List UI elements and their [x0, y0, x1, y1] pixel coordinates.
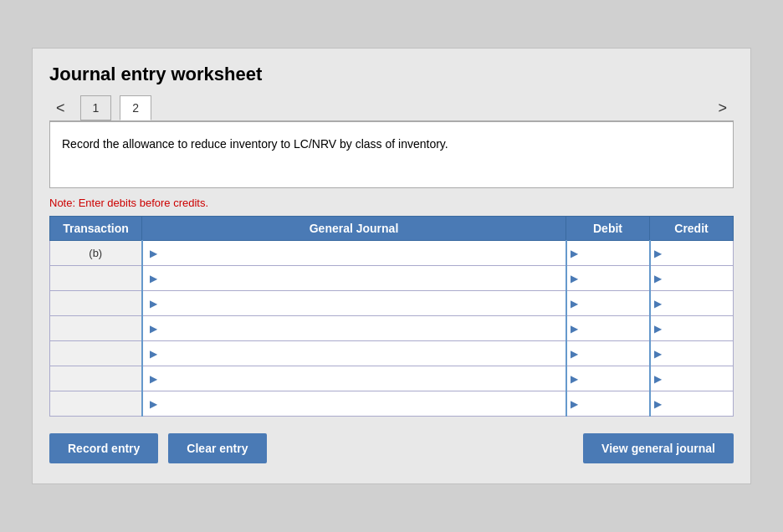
- transaction-cell: [50, 266, 142, 291]
- debit-cell[interactable]: ▶: [566, 366, 650, 391]
- credit-cell[interactable]: ▶: [650, 316, 734, 341]
- debit-cell[interactable]: ▶: [566, 291, 650, 316]
- general-journal-cell[interactable]: ▶: [142, 266, 566, 291]
- header-transaction: Transaction: [50, 217, 142, 241]
- credit-input[interactable]: [663, 341, 730, 366]
- general-journal-input[interactable]: [159, 341, 562, 366]
- worksheet-container: Journal entry worksheet < 1 2 > Record t…: [32, 48, 751, 484]
- credit-cell[interactable]: ▶: [650, 291, 734, 316]
- credit-cell[interactable]: ▶: [650, 266, 734, 291]
- debit-cell[interactable]: ▶: [566, 241, 650, 266]
- credit-input[interactable]: [663, 391, 730, 416]
- clear-entry-button[interactable]: Clear entry: [168, 433, 266, 463]
- table-header-row: Transaction General Journal Debit Credit: [50, 217, 734, 241]
- table-row: ▶▶▶: [50, 291, 734, 316]
- debit-cell[interactable]: ▶: [566, 391, 650, 417]
- credit-cell[interactable]: ▶: [650, 391, 734, 417]
- table-row: ▶▶▶: [50, 266, 734, 291]
- credit-input[interactable]: [663, 291, 730, 315]
- table-row: ▶▶▶: [50, 341, 734, 366]
- debit-input[interactable]: [580, 266, 646, 290]
- header-general-journal: General Journal: [142, 217, 566, 241]
- debit-cell[interactable]: ▶: [566, 266, 650, 291]
- instruction-text: Record the allowance to reduce inventory…: [62, 137, 448, 151]
- general-journal-input[interactable]: [159, 241, 562, 265]
- header-credit: Credit: [650, 217, 734, 241]
- credit-cell[interactable]: ▶: [650, 366, 734, 391]
- credit-input[interactable]: [663, 316, 730, 340]
- tab-navigation: < 1 2 >: [49, 95, 734, 121]
- prev-arrow[interactable]: <: [49, 96, 72, 120]
- debit-input[interactable]: [580, 291, 646, 315]
- transaction-cell: [50, 341, 142, 366]
- debit-input[interactable]: [580, 341, 646, 366]
- debit-cell[interactable]: ▶: [566, 341, 650, 366]
- note-text: Note: Enter debits before credits.: [49, 197, 734, 209]
- general-journal-input[interactable]: [159, 391, 562, 416]
- table-row: ▶▶▶: [50, 316, 734, 341]
- button-row: Record entry Clear entry View general jo…: [49, 433, 734, 463]
- view-general-journal-button[interactable]: View general journal: [583, 433, 734, 463]
- credit-cell[interactable]: ▶: [650, 341, 734, 366]
- table-row: ▶▶▶: [50, 391, 734, 417]
- record-entry-button[interactable]: Record entry: [49, 433, 158, 463]
- transaction-cell: (b): [50, 241, 142, 266]
- debit-cell[interactable]: ▶: [566, 316, 650, 341]
- tab-2[interactable]: 2: [120, 95, 151, 120]
- header-debit: Debit: [566, 217, 650, 241]
- debit-input[interactable]: [580, 241, 646, 265]
- instruction-box: Record the allowance to reduce inventory…: [49, 121, 734, 188]
- transaction-cell: [50, 391, 142, 417]
- tab-1[interactable]: 1: [80, 95, 112, 120]
- general-journal-input[interactable]: [159, 366, 562, 391]
- debit-input[interactable]: [580, 316, 646, 340]
- credit-input[interactable]: [663, 366, 730, 391]
- table-row: (b)▶▶▶: [50, 241, 734, 266]
- transaction-cell: [50, 291, 142, 316]
- general-journal-input[interactable]: [159, 316, 562, 340]
- general-journal-cell[interactable]: ▶: [142, 341, 566, 366]
- transaction-cell: [50, 366, 142, 391]
- general-journal-cell[interactable]: ▶: [142, 241, 566, 266]
- debit-input[interactable]: [580, 391, 646, 416]
- general-journal-cell[interactable]: ▶: [142, 291, 566, 316]
- page-title: Journal entry worksheet: [49, 64, 734, 85]
- general-journal-cell[interactable]: ▶: [142, 391, 566, 417]
- credit-input[interactable]: [663, 266, 730, 290]
- debit-input[interactable]: [580, 366, 646, 391]
- table-row: ▶▶▶: [50, 366, 734, 391]
- general-journal-input[interactable]: [159, 266, 562, 290]
- journal-table: Transaction General Journal Debit Credit…: [49, 216, 734, 417]
- general-journal-input[interactable]: [159, 291, 562, 315]
- transaction-cell: [50, 316, 142, 341]
- next-arrow[interactable]: >: [711, 96, 734, 120]
- credit-cell[interactable]: ▶: [650, 241, 734, 266]
- general-journal-cell[interactable]: ▶: [142, 316, 566, 341]
- credit-input[interactable]: [663, 241, 730, 265]
- general-journal-cell[interactable]: ▶: [142, 366, 566, 391]
